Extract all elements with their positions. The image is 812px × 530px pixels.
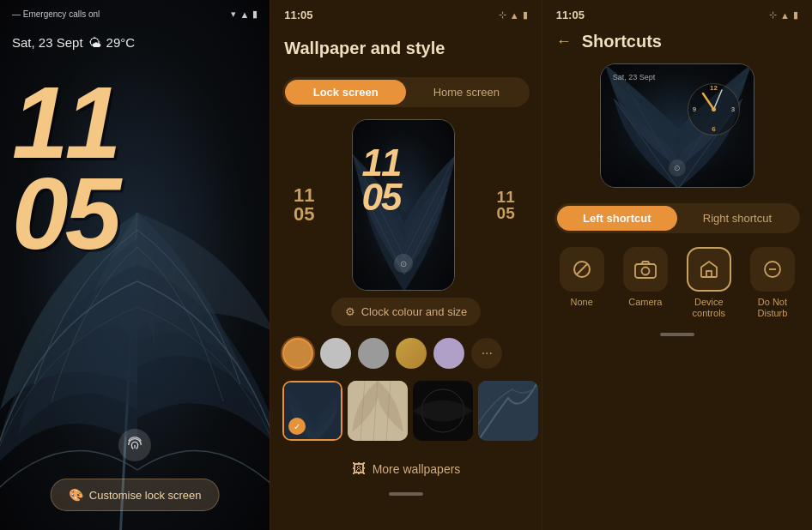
scroll-indicator — [389, 492, 423, 496]
shortcut-device-controls[interactable]: Device controls — [682, 247, 736, 319]
shortcut-do-not-disturb[interactable]: Do Not Disturb — [745, 247, 800, 319]
wallpaper-thumb-1[interactable]: ✓ — [282, 381, 342, 441]
wallpaper-thumb-3[interactable] — [413, 381, 473, 441]
fingerprint-button[interactable] — [118, 429, 151, 461]
shortcut-device-controls-label: Device controls — [693, 297, 726, 319]
none-icon — [572, 259, 592, 280]
wallpaper-thumbnails: ✓ — [270, 381, 541, 441]
phone-preview-center: 11 05 ⊙ — [352, 119, 455, 291]
clock-digits: 11 05 — [12, 77, 258, 259]
weather-icon: 🌤 — [88, 35, 101, 50]
more-wallpapers-label: More wallpapers — [373, 462, 461, 476]
p2-wifi-icon: ▲ — [510, 10, 519, 21]
signal-icon: ▾ — [231, 9, 236, 20]
shortcut-device-controls-icon-box — [687, 247, 731, 292]
customise-lock-screen-button[interactable]: 🎨 Customise lock screen — [51, 479, 220, 511]
swatch-gold[interactable] — [396, 338, 427, 369]
p2-status-bar: 11:05 ⊹ ▲ ▮ — [270, 0, 541, 27]
wallpaper-4-preview — [478, 381, 538, 441]
shortcut-none[interactable]: None — [554, 247, 609, 319]
swatch-silver[interactable] — [320, 338, 351, 369]
more-dots-icon: ··· — [482, 346, 493, 361]
p3-phone-preview: Sat, 23 Sept 12 3 6 9 ⊙ — [600, 63, 754, 188]
p3-preview-fingerprint: ⊙ — [669, 160, 686, 177]
shortcut-none-label: None — [571, 297, 593, 308]
swatch-orange[interactable] — [282, 338, 313, 369]
check-icon: ✓ — [294, 422, 300, 431]
svg-text:9: 9 — [693, 105, 697, 113]
clock-style-1[interactable]: 11 05 — [282, 181, 325, 229]
wifi-icon: ▲ — [239, 9, 249, 20]
preview-min: 05 — [361, 176, 400, 218]
shortcut-camera[interactable]: Camera — [618, 247, 673, 319]
clock-colour-size-button[interactable]: ⚙ Clock colour and size — [331, 298, 482, 326]
svg-point-24 — [712, 107, 716, 111]
customise-label: Customise lock screen — [89, 489, 202, 502]
p3-wifi-icon: ▲ — [780, 10, 790, 21]
p3-status-bar: 11:05 ⊹ ▲ ▮ — [542, 0, 812, 28]
p2-status-time: 11:05 — [284, 9, 312, 21]
analog-clock-svg: 12 3 6 9 — [686, 81, 742, 137]
shortcut-camera-icon-box — [623, 247, 668, 292]
color-swatches-row: ··· — [270, 338, 541, 369]
lock-clock: 11 05 — [0, 60, 270, 259]
wallpaper-3-preview — [413, 381, 473, 441]
svg-rect-29 — [706, 271, 712, 277]
more-wallpapers-button[interactable]: 🖼 More wallpapers — [270, 453, 541, 485]
clock-style-2-digits-2: 05 — [497, 205, 515, 221]
clock-colour-label: Clock colour and size — [361, 305, 468, 318]
clock-preview-row: 11 05 11 05 ⊙ — [270, 119, 541, 291]
p2-tab-container: Lock screen Home screen — [270, 77, 541, 107]
shortcut-none-icon-box — [560, 247, 604, 292]
shortcut-camera-label: Camera — [628, 297, 662, 308]
home-icon — [699, 259, 719, 280]
battery-icon: ▮ — [252, 9, 258, 20]
status-icons: ▾ ▲ ▮ — [231, 9, 258, 20]
p3-battery-icon: ▮ — [793, 9, 798, 21]
swatch-lavender[interactable] — [433, 338, 464, 369]
tab-home-screen[interactable]: Home screen — [406, 80, 527, 105]
p3-signal-icon: ⊹ — [769, 9, 777, 21]
swatch-more-button[interactable]: ··· — [471, 338, 502, 369]
tab-left-shortcut[interactable]: Left shortcut — [557, 206, 677, 231]
shortcuts-panel: 11:05 ⊹ ▲ ▮ ← Shortcuts Sat, 23 Sept — [542, 0, 812, 530]
p2-page-title: Wallpaper and style — [284, 39, 527, 58]
clock-style-1-digits-2: 05 — [294, 205, 314, 224]
p3-title-row: ← Shortcuts — [542, 28, 812, 63]
date-text: Sat, 23 Sept — [12, 35, 83, 50]
wallpaper-tabs: Lock screen Home screen — [282, 77, 529, 107]
shortcut-dnd-label: Do Not Disturb — [758, 297, 788, 319]
temperature-text: 29°C — [106, 35, 136, 50]
p2-header: Wallpaper and style — [270, 35, 541, 77]
svg-point-28 — [641, 268, 649, 275]
svg-text:12: 12 — [710, 84, 718, 92]
shortcut-dnd-icon-box — [750, 247, 795, 292]
p2-battery-icon: ▮ — [523, 9, 528, 21]
shortcut-tabs: Left shortcut Right shortcut — [554, 203, 800, 233]
swatch-gray[interactable] — [358, 338, 389, 369]
gallery-icon: 🖼 — [352, 461, 366, 477]
emergency-text: — Emergency calls onl — [12, 9, 100, 19]
preview-clock: 11 05 — [361, 146, 400, 214]
p3-scroll-indicator — [660, 333, 694, 336]
back-button[interactable]: ← — [556, 33, 572, 51]
svg-line-25 — [577, 264, 587, 274]
clock-style-2[interactable]: 11 05 — [482, 181, 530, 229]
wallpaper-thumb-4[interactable] — [478, 381, 538, 441]
p2-signal-icon: ⊹ — [499, 9, 506, 21]
p2-status-icons: ⊹ ▲ ▮ — [499, 9, 528, 21]
wallpaper-thumb-2[interactable] — [348, 381, 408, 441]
p3-status-icons: ⊹ ▲ ▮ — [769, 9, 798, 21]
svg-text:3: 3 — [731, 105, 736, 113]
shortcuts-grid: None Camera Device controls — [542, 247, 812, 319]
clock-style-2-digits: 11 — [497, 189, 515, 205]
date-weather-row: Sat, 23 Sept 🌤 29°C — [0, 25, 270, 60]
tab-lock-screen[interactable]: Lock screen — [285, 80, 406, 105]
clock-style-1-digits: 11 — [294, 186, 314, 205]
gear-icon: ⚙ — [345, 305, 355, 318]
p3-status-time: 11:05 — [556, 9, 585, 21]
do-not-disturb-icon — [762, 259, 783, 280]
preview-fingerprint: ⊙ — [394, 254, 413, 273]
svg-text:6: 6 — [712, 125, 716, 133]
tab-right-shortcut[interactable]: Right shortcut — [677, 206, 797, 231]
